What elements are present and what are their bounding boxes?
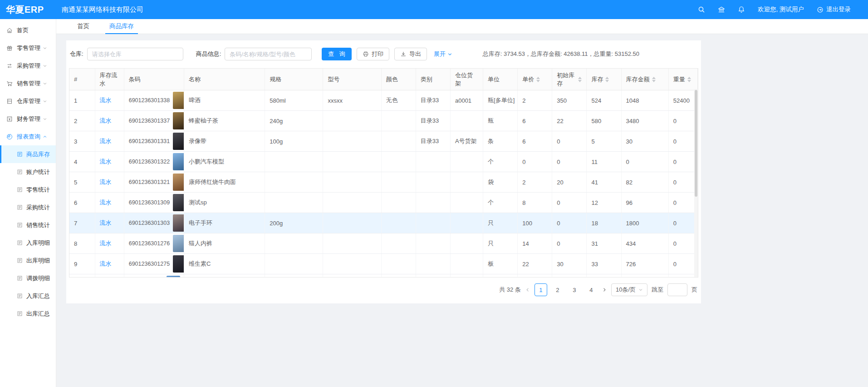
cell-unit: 板 [483,254,518,274]
sidebar-subitem-transfer-detail[interactable]: 调拨明细 [0,269,56,287]
product-thumbnail[interactable] [173,235,184,252]
sidebar-subitem-outbound-summary[interactable]: 出库汇总 [0,305,56,322]
stock-flow-link[interactable]: 流水 [100,97,112,104]
sort-icon[interactable] [578,77,582,82]
cell-unit: 条 [483,131,518,152]
logout-button[interactable]: 退出登录 [817,5,851,14]
pagination: 共 32 条123410条/页跳至页 [69,283,698,296]
product-thumbnail[interactable] [173,174,184,191]
sidebar-subitem-inbound-detail[interactable]: 入库明细 [0,234,56,252]
stock-flow-link[interactable]: 流水 [100,117,112,124]
expand-filters-link[interactable]: 展开 [434,50,452,58]
cell-category: 目录33 [416,90,450,111]
page-number-1[interactable]: 1 [535,283,547,296]
column-header: 单价 [518,69,552,90]
sidebar-item-home[interactable]: 首页 [0,21,56,39]
sidebar-item-label: 采购管理 [17,62,40,70]
cell-color [381,254,416,274]
sidebar-subitem-label: 零售统计 [26,186,50,194]
list-icon [17,258,23,263]
sidebar-item-label: 首页 [17,26,29,35]
app-logo[interactable]: 华夏ERP [0,4,56,16]
product-thumbnail[interactable] [173,153,184,170]
page-number-3[interactable]: 3 [568,283,581,296]
next-page-button[interactable] [602,287,607,293]
cell-price [518,274,552,278]
cart-icon [6,80,13,87]
stock-flow-link[interactable]: 流水 [100,179,112,185]
tab-product-stock[interactable]: 商品库存 [109,19,134,34]
cell-stock-amount: 0 [621,152,668,172]
barcode-value: 6901236301322 [129,159,170,165]
search-button[interactable]: 查 询 [322,48,352,60]
sidebar-item-retail[interactable]: 零售管理 [0,39,56,57]
page-number-4[interactable]: 4 [585,283,598,296]
cell-unit: 袋 [483,172,518,193]
stock-flow-link[interactable]: 流水 [100,199,112,206]
stock-flow-link[interactable]: 流水 [100,138,112,144]
tab-home[interactable]: 首页 [77,19,89,34]
table-row: 10流水69012363012 [69,274,698,278]
pagination-total: 共 32 条 [499,286,521,294]
cell-init-stock: 0 [552,233,587,254]
product-thumbnail[interactable] [173,133,184,150]
sort-icon[interactable] [605,77,609,82]
export-button[interactable]: 导出 [394,48,427,60]
sort-icon[interactable] [687,77,691,82]
sidebar-item-warehouse[interactable]: 仓库管理 [0,92,56,110]
bank-icon[interactable] [718,6,725,13]
product-thumbnail[interactable] [173,112,184,129]
product-thumbnail[interactable] [173,214,184,232]
cell-color [381,193,416,213]
product-thumbnail[interactable] [173,255,184,273]
column-header: 库存流水 [95,69,124,90]
chevron-down-icon [447,52,452,57]
stock-flow-link[interactable]: 流水 [100,158,112,165]
sidebar-subitem-inbound-summary[interactable]: 入库汇总 [0,287,56,305]
sidebar-subitem-product-stock[interactable]: 商品库存 [0,145,56,163]
cell-category [416,193,450,213]
list-icon [17,293,23,299]
sidebar-subitem-retail-stats[interactable]: 零售统计 [0,181,56,198]
stock-flow-link[interactable]: 流水 [100,240,112,247]
product-thumbnail[interactable] [173,92,184,109]
cell-index: 3 [69,131,95,152]
sidebar-item-reports[interactable]: 报表查询 [0,128,56,145]
sort-icon[interactable] [652,77,656,82]
tab-bar: 首页商品库存 [56,19,868,34]
caret-down-icon [536,80,540,82]
table-body: 1流水6901236301338啤酒580mlxxsxx无色目录33a0001瓶… [69,90,698,278]
cell-color [381,233,416,254]
cell-color [381,213,416,233]
product-info-input[interactable] [225,48,312,60]
cell-stock: 31 [587,233,621,254]
page-size-select[interactable]: 10条/页 [611,283,647,296]
cell-price: 6 [518,131,552,152]
page-number-2[interactable]: 2 [551,283,564,296]
bell-icon[interactable] [738,6,745,13]
sidebar-item-finance[interactable]: 财务管理 [0,110,56,128]
main-area: 首页商品库存 仓库: 商品信息: 查 询 打印 导出 [56,19,868,387]
cell-spec: 240g [265,111,323,131]
product-thumbnail[interactable] [173,194,184,211]
sort-icon[interactable] [536,77,540,82]
prev-page-button[interactable] [525,287,530,293]
jump-to-input[interactable] [667,283,687,296]
sidebar-subitem-outbound-detail[interactable]: 出库明细 [0,252,56,269]
sidebar-item-purchase[interactable]: 采购管理 [0,57,56,74]
product-thumbnail[interactable] [167,276,180,278]
cell-name: 测试sp [184,193,265,213]
cell-category [416,172,450,193]
list-icon [17,240,23,246]
sidebar-subitem-sales-stats[interactable]: 销售统计 [0,216,56,234]
sidebar-item-sales[interactable]: 销售管理 [0,74,56,92]
search-icon[interactable] [698,6,705,13]
table-row: 3流水6901236301331录像带100g目录33A号货架条605300 [69,131,698,152]
sidebar-subitem-account-stats[interactable]: 账户统计 [0,163,56,181]
stock-flow-link[interactable]: 流水 [100,219,112,226]
print-button[interactable]: 打印 [357,48,389,60]
scrollbar-thumb[interactable] [695,90,697,197]
warehouse-select-input[interactable] [87,48,183,60]
stock-flow-link[interactable]: 流水 [100,260,112,267]
sidebar-subitem-purchase-stats[interactable]: 采购统计 [0,198,56,216]
